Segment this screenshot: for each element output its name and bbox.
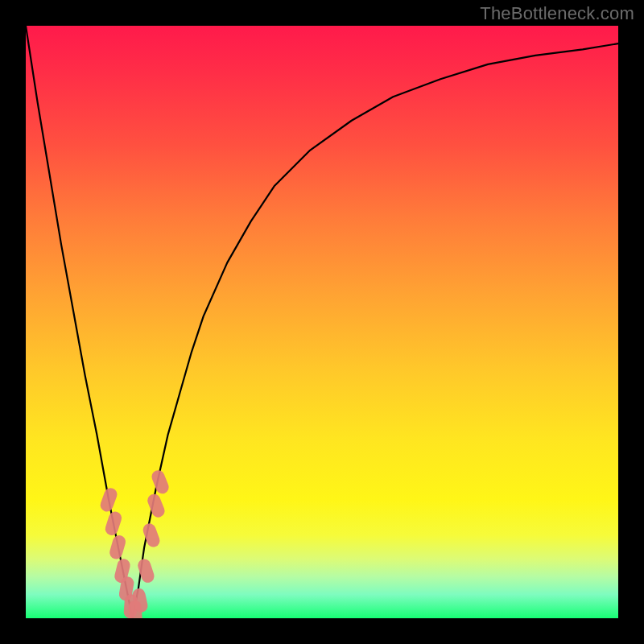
- highlight-points: [98, 469, 171, 618]
- watermark-text: TheBottleneck.com: [480, 3, 634, 24]
- highlight-lozenge: [146, 492, 167, 519]
- highlight-lozenge: [98, 486, 118, 514]
- plot-area: [26, 26, 618, 618]
- chart-svg: [26, 26, 618, 618]
- highlight-lozenge: [104, 510, 123, 537]
- chart-container: TheBottleneck.com: [0, 0, 644, 644]
- highlight-lozenge: [150, 469, 171, 496]
- highlight-lozenge: [108, 534, 127, 560]
